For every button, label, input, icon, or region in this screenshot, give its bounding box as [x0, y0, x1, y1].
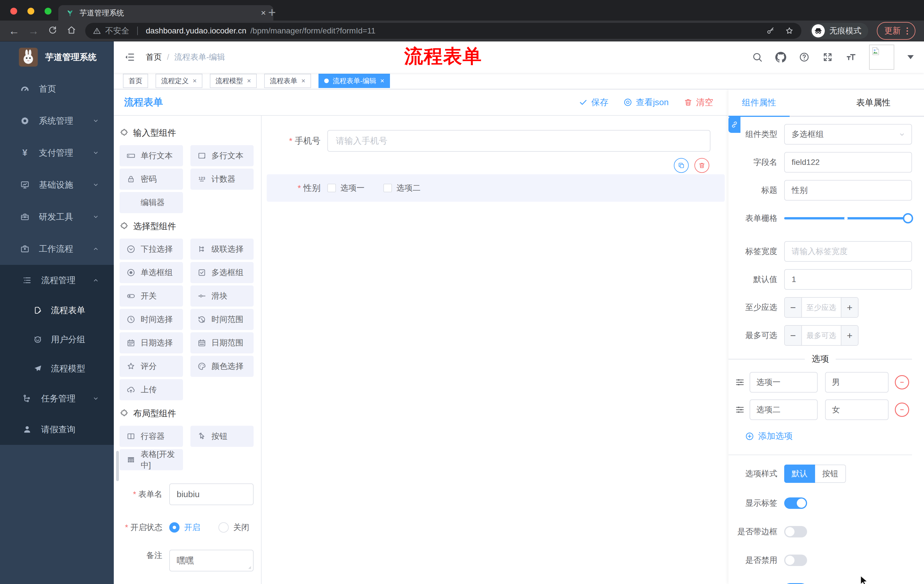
style-button-button[interactable]: 按钮 — [815, 465, 846, 483]
type-select[interactable]: 多选框组 — [784, 124, 912, 145]
component-密码[interactable]: 密码 — [119, 169, 183, 190]
component-多行文本[interactable]: 多行文本 — [190, 145, 254, 166]
phone-field-row[interactable]: 手机号 请输入手机号 — [262, 130, 710, 152]
component-时间选择[interactable]: 时间选择 — [119, 309, 183, 330]
back-icon[interactable]: ← — [8, 25, 20, 36]
component-计数器[interactable]: 123计数器 — [190, 169, 254, 190]
window-controls[interactable] — [10, 8, 51, 15]
close-window-button[interactable] — [10, 8, 17, 15]
option-value-input[interactable]: 女 — [825, 400, 889, 420]
link-tab[interactable] — [728, 116, 741, 133]
checkbox-box[interactable] — [383, 184, 392, 192]
remark-textarea[interactable]: 嘿嘿 — [169, 550, 254, 571]
component-多选框组[interactable]: 多选框组 — [190, 262, 254, 283]
checkbox-box[interactable] — [327, 184, 336, 192]
sidebar-item-请假查询[interactable]: 请假查询 — [0, 414, 114, 445]
tag-close-icon[interactable]: × — [301, 77, 305, 85]
sidebar-item-用户分组[interactable]: 用户分组 — [0, 325, 114, 354]
drag-handle-icon[interactable] — [735, 405, 745, 415]
tag-流程模型[interactable]: 流程模型× — [210, 74, 257, 88]
tag-流程表单-编辑[interactable]: 流程表单-编辑× — [318, 74, 390, 88]
minus-button[interactable]: − — [785, 326, 802, 345]
component-级联选择[interactable]: 级联选择 — [190, 239, 254, 260]
radio-on[interactable]: 开启 — [169, 522, 200, 533]
checkbox-选项一[interactable]: 选项一 — [327, 183, 365, 193]
radio-off[interactable]: 关闭 — [218, 522, 249, 533]
component-下拉选择[interactable]: 下拉选择 — [119, 239, 183, 260]
gender-field-row[interactable]: 性别 选项一选项二 — [267, 174, 725, 202]
component-滑块[interactable]: 滑块 — [190, 285, 254, 307]
option-label-input[interactable]: 选项一 — [750, 372, 818, 393]
browser-update-button[interactable]: 更新 — [877, 22, 916, 40]
forward-icon[interactable]: → — [28, 25, 39, 36]
new-tab-button[interactable]: + — [268, 5, 276, 20]
drag-handle-icon[interactable] — [735, 377, 745, 387]
toggle-是否带边框[interactable] — [784, 526, 807, 538]
tag-close-icon[interactable]: × — [247, 77, 251, 85]
add-option-button[interactable]: 添加选项 — [745, 430, 912, 442]
resize-handle-icon[interactable] — [246, 563, 252, 570]
checkbox-选项二[interactable]: 选项二 — [383, 183, 421, 193]
component-评分[interactable]: 评分 — [119, 356, 183, 377]
home-icon[interactable] — [66, 25, 77, 37]
slider-thumb[interactable] — [903, 213, 913, 224]
field-name-input[interactable]: field122 — [784, 152, 912, 173]
phone-input[interactable]: 请输入手机号 — [327, 130, 710, 152]
title-input[interactable]: 性别 — [784, 180, 912, 201]
sidebar-item-基础设施[interactable]: 基础设施 — [0, 169, 114, 201]
avatar[interactable] — [869, 44, 894, 70]
default-value-input[interactable]: 1 — [784, 269, 912, 290]
sidebar-item-首页[interactable]: 首页 — [0, 73, 114, 105]
font-size-icon[interactable] — [846, 52, 856, 63]
option-value-input[interactable]: 男 — [825, 372, 889, 393]
sidebar-item-流程模型[interactable]: 流程模型 — [0, 354, 114, 383]
toggle-显示标签[interactable] — [784, 497, 807, 509]
component-单选框组[interactable]: 单选框组 — [119, 262, 183, 283]
sidebar-item-流程管理[interactable]: 流程管理 — [0, 265, 114, 296]
component-单行文本[interactable]: 单行文本 — [119, 145, 183, 166]
component-按钮[interactable]: 按钮 — [190, 426, 254, 447]
tag-close-icon[interactable]: × — [380, 77, 384, 85]
browser-tab[interactable]: 芋道管理系统 × — [58, 5, 273, 21]
component-编辑器[interactable]: 编辑器 — [119, 192, 183, 213]
scrollbar-thumb[interactable] — [116, 451, 119, 481]
sidebar-logo[interactable]: 芋道管理系统 — [0, 41, 114, 73]
tag-流程定义[interactable]: 流程定义× — [155, 74, 202, 88]
maximize-window-button[interactable] — [45, 8, 51, 15]
browser-menu-icon[interactable] — [907, 28, 908, 35]
hamburger-icon[interactable] — [124, 51, 135, 63]
breadcrumb-home[interactable]: 首页 — [146, 52, 162, 63]
component-行容器[interactable]: 行容器 — [119, 426, 183, 447]
sidebar-item-任务管理[interactable]: 任务管理 — [0, 383, 114, 414]
tag-close-icon[interactable]: × — [193, 77, 197, 85]
search-icon[interactable] — [752, 52, 763, 63]
password-key-icon[interactable] — [766, 26, 775, 35]
tab-form-props[interactable]: 表单属性 — [823, 89, 924, 116]
tab-component-props[interactable]: 组件属性 — [728, 89, 790, 116]
max-stepper-input[interactable]: 最多可选 — [802, 326, 841, 345]
component-开关[interactable]: 开关 — [119, 285, 183, 307]
avatar-caret-icon[interactable] — [908, 55, 914, 59]
sidebar-item-流程表单[interactable]: 流程表单 — [0, 296, 114, 325]
remove-option-button[interactable] — [895, 375, 909, 390]
bookmark-star-icon[interactable] — [785, 26, 794, 35]
copy-component-button[interactable] — [674, 158, 689, 173]
plus-button[interactable]: + — [841, 326, 858, 345]
toggle-是否禁用[interactable] — [784, 554, 807, 566]
component-颜色选择[interactable]: 颜色选择 — [190, 356, 254, 377]
sidebar-item-工作流程[interactable]: 工作流程 — [0, 233, 114, 265]
component-表格[开发中][interactable]: 表格[开发中] — [119, 449, 183, 470]
component-时间范围[interactable]: 时间范围 — [190, 309, 254, 330]
component-日期选择[interactable]: 日期选择 — [119, 332, 183, 354]
grid-slider[interactable] — [784, 208, 912, 229]
style-default-button[interactable]: 默认 — [784, 465, 815, 483]
clear-button[interactable]: 清空 — [683, 97, 713, 108]
tab-close-icon[interactable]: × — [261, 8, 266, 18]
tag-流程表单[interactable]: 流程表单× — [264, 74, 311, 88]
component-上传[interactable]: 上传 — [119, 379, 183, 400]
delete-component-button[interactable] — [695, 158, 709, 173]
remove-option-button[interactable] — [895, 403, 909, 417]
minus-button[interactable]: − — [785, 298, 802, 317]
sidebar-item-系统管理[interactable]: 系统管理 — [0, 105, 114, 137]
fullscreen-icon[interactable] — [822, 52, 833, 63]
